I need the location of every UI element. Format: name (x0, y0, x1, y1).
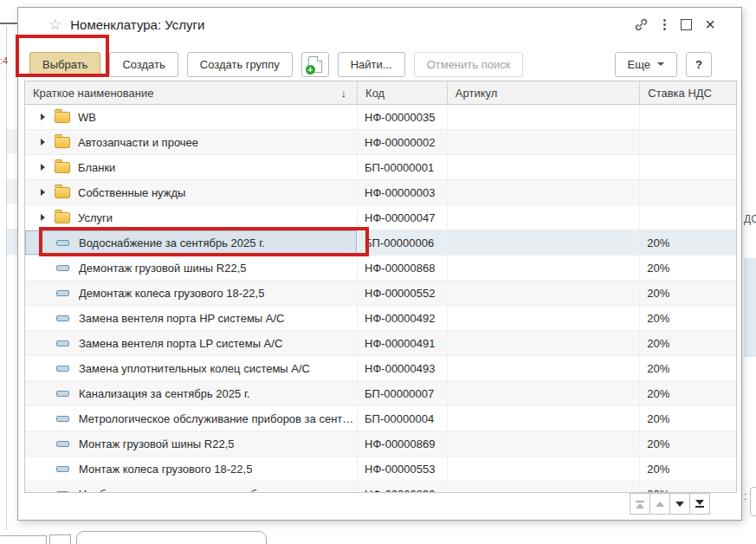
cell-name: Надбавка за дополнительные работы по зап… (25, 482, 358, 493)
row-name: Собственные нужды (78, 186, 185, 199)
expand-arrow-icon[interactable] (41, 465, 52, 472)
column-header-articul[interactable]: Артикул (448, 81, 640, 104)
window-title: Номенклатура: Услуги (70, 17, 204, 32)
expand-arrow-icon[interactable] (41, 365, 52, 372)
new-document-plus-icon: + (308, 56, 322, 73)
row-name: Канализация за сентябрь 2025 г. (79, 387, 250, 400)
scroll-up-button (649, 493, 670, 515)
more-actions-label: Еще (628, 58, 650, 71)
folder-icon (55, 162, 70, 173)
expand-arrow-icon[interactable] (41, 390, 52, 397)
favorite-star-icon[interactable]: ☆ (48, 17, 61, 32)
table-row[interactable]: Надбавка за дополнительные работы по зап… (25, 482, 736, 493)
expand-arrow-icon[interactable] (41, 289, 52, 296)
expand-arrow-icon[interactable] (41, 314, 52, 321)
table-row[interactable]: Бланки БП-00000001 (25, 155, 736, 180)
cell-vat: 20% (640, 256, 736, 280)
cell-name: Демонтаж колеса грузового 18-22,5 (25, 281, 358, 305)
expand-arrow-icon[interactable] (41, 189, 52, 196)
column-header-code[interactable]: Код (358, 81, 448, 104)
help-button[interactable]: ? (686, 52, 712, 77)
get-link-icon[interactable] (634, 17, 649, 32)
bg-button (49, 534, 71, 544)
cell-name: Метрологическое обслуживание приборов за… (25, 406, 358, 431)
row-name: Замена уплотнительных колец системы А/С (79, 362, 310, 375)
table-row[interactable]: Замена уплотнительных колец системы А/С … (25, 356, 736, 381)
expand-arrow-icon[interactable] (41, 264, 52, 271)
expand-arrow-icon[interactable] (41, 415, 52, 422)
annotation-box-select-button (16, 35, 109, 77)
column-header-name-label: Краткое наименование (33, 87, 154, 100)
maximize-icon[interactable] (681, 19, 692, 30)
item-dash-icon (56, 391, 69, 397)
folder-icon (55, 212, 70, 223)
expand-arrow-icon[interactable] (41, 164, 52, 171)
table-row[interactable]: Демонтаж колеса грузового 18-22,5 НФ-000… (25, 281, 736, 306)
cell-vat: 20% (640, 406, 736, 431)
bg-input-field (750, 487, 756, 516)
expand-arrow-icon[interactable] (41, 340, 52, 346)
scroll-first-button (630, 493, 650, 515)
column-header-name[interactable]: Краткое наименование ↓ (25, 81, 358, 104)
toolbar: Выбрать Создать Создать группу + Найти..… (18, 41, 741, 81)
cell-name: Канализация за сентябрь 2025 г. (25, 381, 358, 405)
table-row[interactable]: Собственные нужды НФ-00000003 (25, 180, 736, 205)
table-row[interactable]: WB НФ-00000035 (25, 105, 736, 130)
table-row[interactable]: Демонтаж грузовой шины R22,5 НФ-00000868… (25, 256, 736, 281)
cell-code: НФ-00000035 (358, 105, 448, 129)
table-row[interactable]: Замена вентеля порта HP системы А/С НФ-0… (25, 306, 736, 331)
expand-arrow-icon[interactable] (41, 214, 52, 221)
titlebar: ☆ Номенклатура: Услуги × (18, 8, 741, 41)
cell-articul (448, 105, 640, 129)
bg-input-field (76, 531, 267, 544)
table-row[interactable]: Канализация за сентябрь 2025 г. БП-00000… (25, 381, 736, 406)
table-body: WB НФ-00000035 Автозапчасти и прочее НФ-… (24, 105, 737, 493)
cell-name: WB (25, 105, 358, 129)
create-button[interactable]: Создать (109, 52, 178, 77)
table-header: Краткое наименование ↓ Код Артикул Ставк… (24, 81, 737, 105)
table-row[interactable]: Монтаж грузовой шины R22,5 НФ-00000869 2… (25, 431, 736, 457)
expand-arrow-icon[interactable] (41, 113, 52, 120)
nomenclature-table: Краткое наименование ↓ Код Артикул Ставк… (24, 81, 737, 493)
item-dash-icon (56, 366, 69, 372)
row-name: Автозапчасти и прочее (78, 136, 198, 149)
table-row[interactable]: Замена вентеля порта LP системы А/С НФ-0… (25, 331, 736, 356)
cell-vat: 20% (640, 230, 736, 255)
table-row[interactable]: Монтаж колеса грузового 18-22,5 НФ-00000… (25, 457, 736, 482)
row-name: Замена вентеля порта HP системы А/С (79, 312, 284, 325)
scroll-last-button[interactable] (689, 493, 710, 515)
expand-arrow-icon[interactable] (41, 139, 52, 146)
find-button[interactable]: Найти... (338, 52, 405, 77)
cell-code: НФ-00000047 (358, 205, 448, 230)
cell-code: НФ-00000290 (358, 482, 448, 493)
cell-code: НФ-00000491 (358, 331, 448, 355)
folder-icon (55, 187, 70, 198)
expand-arrow-icon[interactable] (41, 440, 52, 447)
cell-articul (448, 180, 640, 204)
folder-icon (55, 137, 70, 148)
cell-code: НФ-00000002 (358, 130, 448, 154)
create-by-copy-button[interactable]: + (301, 52, 329, 77)
close-icon[interactable]: × (705, 18, 715, 30)
table-row[interactable]: Автозапчасти и прочее НФ-00000002 (25, 130, 736, 155)
cell-vat: 20% (640, 482, 736, 493)
column-header-vat[interactable]: Ставка НДС (640, 81, 736, 104)
expand-arrow-icon[interactable] (41, 490, 52, 493)
nomenclature-window: ☆ Номенклатура: Услуги × Выбрать Создать… (17, 7, 742, 521)
cell-articul (448, 356, 640, 380)
bg-field (0, 535, 47, 544)
cell-name: Демонтаж грузовой шины R22,5 (25, 256, 358, 280)
cell-vat: 20% (640, 381, 736, 405)
scroll-down-button[interactable] (669, 493, 690, 515)
folder-icon (55, 112, 70, 123)
cell-articul (448, 281, 640, 305)
item-dash-icon (56, 441, 69, 447)
cell-name: Замена вентеля порта LP системы А/С (25, 331, 358, 355)
cell-name: Замена уплотнительных колец системы А/С (25, 356, 358, 380)
more-menu-icon[interactable] (662, 17, 668, 32)
cell-articul (448, 482, 640, 493)
cell-code: БП-00000007 (358, 381, 448, 405)
create-group-button[interactable]: Создать группу (187, 52, 293, 77)
table-row[interactable]: Метрологическое обслуживание приборов за… (25, 406, 736, 431)
more-actions-button[interactable]: Еще (615, 52, 677, 77)
